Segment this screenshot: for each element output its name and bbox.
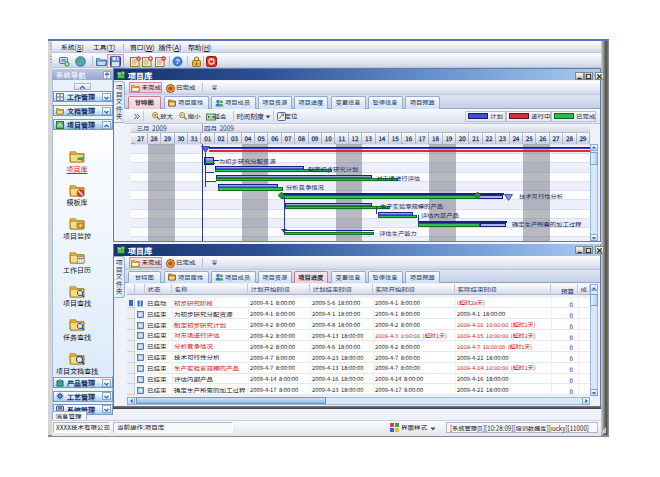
svg-text:?: ? <box>175 56 180 66</box>
